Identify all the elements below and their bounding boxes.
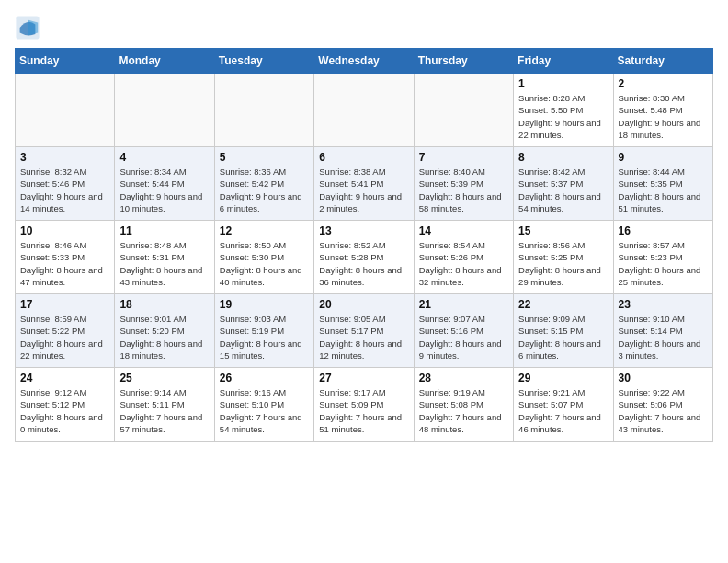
calendar-day-cell: 3Sunrise: 8:32 AMSunset: 5:46 PMDaylight… (16, 147, 115, 221)
day-info: Sunrise: 8:57 AMSunset: 5:23 PMDaylight:… (619, 239, 708, 288)
day-info: Sunrise: 9:09 AMSunset: 5:15 PMDaylight:… (518, 313, 608, 362)
day-info: Sunrise: 9:17 AMSunset: 5:09 PMDaylight:… (319, 386, 408, 435)
calendar-day-cell: 22Sunrise: 9:09 AMSunset: 5:15 PMDayligh… (514, 294, 613, 368)
calendar-day-cell: 18Sunrise: 9:01 AMSunset: 5:20 PMDayligh… (115, 294, 214, 368)
day-info: Sunrise: 9:12 AMSunset: 5:12 PMDaylight:… (20, 386, 109, 435)
calendar-day-cell: 23Sunrise: 9:10 AMSunset: 5:14 PMDayligh… (613, 294, 712, 368)
calendar-week-row: 3Sunrise: 8:32 AMSunset: 5:46 PMDaylight… (16, 147, 713, 221)
calendar-day-cell: 27Sunrise: 9:17 AMSunset: 5:09 PMDayligh… (314, 368, 414, 442)
calendar-day-cell: 12Sunrise: 8:50 AMSunset: 5:30 PMDayligh… (214, 221, 313, 294)
calendar-table: SundayMondayTuesdayWednesdayThursdayFrid… (15, 48, 713, 442)
day-number: 1 (518, 77, 608, 90)
weekday-header: Wednesday (314, 49, 414, 74)
calendar-day-cell: 29Sunrise: 9:21 AMSunset: 5:07 PMDayligh… (514, 368, 613, 442)
calendar-day-cell (16, 74, 115, 147)
day-info: Sunrise: 8:50 AMSunset: 5:30 PMDaylight:… (220, 239, 309, 288)
logo (15, 15, 44, 40)
day-info: Sunrise: 9:14 AMSunset: 5:11 PMDaylight:… (119, 386, 209, 435)
day-number: 19 (220, 298, 309, 311)
day-info: Sunrise: 9:16 AMSunset: 5:10 PMDaylight:… (220, 386, 309, 435)
day-number: 2 (619, 77, 708, 90)
day-number: 26 (220, 372, 309, 385)
day-info: Sunrise: 8:44 AMSunset: 5:35 PMDaylight:… (619, 166, 708, 214)
calendar-day-cell: 7Sunrise: 8:40 AMSunset: 5:39 PMDaylight… (414, 147, 513, 221)
calendar-day-cell: 28Sunrise: 9:19 AMSunset: 5:08 PMDayligh… (414, 368, 513, 442)
calendar-day-cell (314, 74, 414, 147)
day-number: 12 (220, 224, 309, 237)
day-info: Sunrise: 9:07 AMSunset: 5:16 PMDaylight:… (419, 313, 508, 362)
day-number: 29 (518, 372, 608, 385)
weekday-row: SundayMondayTuesdayWednesdayThursdayFrid… (16, 49, 713, 74)
weekday-header: Sunday (16, 49, 115, 74)
day-number: 27 (319, 372, 408, 385)
calendar-day-cell: 11Sunrise: 8:48 AMSunset: 5:31 PMDayligh… (115, 221, 214, 294)
calendar-week-row: 17Sunrise: 8:59 AMSunset: 5:22 PMDayligh… (16, 294, 713, 368)
day-info: Sunrise: 9:22 AMSunset: 5:06 PMDaylight:… (619, 386, 708, 435)
calendar-day-cell: 8Sunrise: 8:42 AMSunset: 5:37 PMDaylight… (514, 147, 613, 221)
weekday-header: Monday (115, 49, 214, 74)
day-number: 23 (619, 298, 708, 311)
day-info: Sunrise: 8:28 AMSunset: 5:50 PMDaylight:… (518, 92, 608, 141)
day-number: 17 (20, 298, 109, 311)
calendar-header: SundayMondayTuesdayWednesdayThursdayFrid… (16, 49, 713, 74)
day-info: Sunrise: 9:01 AMSunset: 5:20 PMDaylight:… (119, 313, 209, 362)
calendar-day-cell: 19Sunrise: 9:03 AMSunset: 5:19 PMDayligh… (214, 294, 313, 368)
calendar-day-cell: 20Sunrise: 9:05 AMSunset: 5:17 PMDayligh… (314, 294, 414, 368)
day-info: Sunrise: 9:19 AMSunset: 5:08 PMDaylight:… (419, 386, 508, 435)
day-info: Sunrise: 8:52 AMSunset: 5:28 PMDaylight:… (319, 239, 408, 288)
day-number: 7 (419, 151, 508, 164)
day-info: Sunrise: 9:05 AMSunset: 5:17 PMDaylight:… (319, 313, 408, 362)
day-info: Sunrise: 8:46 AMSunset: 5:33 PMDaylight:… (20, 239, 109, 288)
weekday-header: Friday (514, 49, 613, 74)
weekday-header: Tuesday (214, 49, 313, 74)
calendar-day-cell (214, 74, 313, 147)
calendar-week-row: 10Sunrise: 8:46 AMSunset: 5:33 PMDayligh… (16, 221, 713, 294)
calendar-day-cell: 15Sunrise: 8:56 AMSunset: 5:25 PMDayligh… (514, 221, 613, 294)
calendar-day-cell: 4Sunrise: 8:34 AMSunset: 5:44 PMDaylight… (115, 147, 214, 221)
calendar-day-cell: 21Sunrise: 9:07 AMSunset: 5:16 PMDayligh… (414, 294, 513, 368)
day-number: 20 (319, 298, 408, 311)
calendar-day-cell: 13Sunrise: 8:52 AMSunset: 5:28 PMDayligh… (314, 221, 414, 294)
day-info: Sunrise: 8:38 AMSunset: 5:41 PMDaylight:… (319, 166, 408, 214)
calendar-day-cell: 10Sunrise: 8:46 AMSunset: 5:33 PMDayligh… (16, 221, 115, 294)
day-info: Sunrise: 8:56 AMSunset: 5:25 PMDaylight:… (518, 239, 608, 288)
day-number: 13 (319, 224, 408, 237)
calendar-week-row: 1Sunrise: 8:28 AMSunset: 5:50 PMDaylight… (16, 74, 713, 147)
day-number: 22 (518, 298, 608, 311)
day-number: 15 (518, 224, 608, 237)
day-number: 11 (119, 224, 209, 237)
day-number: 8 (518, 151, 608, 164)
day-number: 25 (119, 372, 209, 385)
day-info: Sunrise: 8:30 AMSunset: 5:48 PMDaylight:… (619, 92, 708, 141)
day-number: 3 (20, 151, 109, 164)
day-info: Sunrise: 8:34 AMSunset: 5:44 PMDaylight:… (119, 166, 209, 214)
calendar-day-cell: 24Sunrise: 9:12 AMSunset: 5:12 PMDayligh… (16, 368, 115, 442)
day-info: Sunrise: 8:59 AMSunset: 5:22 PMDaylight:… (20, 313, 109, 362)
day-info: Sunrise: 8:40 AMSunset: 5:39 PMDaylight:… (419, 166, 508, 214)
calendar-body: 1Sunrise: 8:28 AMSunset: 5:50 PMDaylight… (16, 74, 713, 442)
calendar-day-cell: 9Sunrise: 8:44 AMSunset: 5:35 PMDaylight… (613, 147, 712, 221)
calendar-day-cell: 2Sunrise: 8:30 AMSunset: 5:48 PMDaylight… (613, 74, 712, 147)
calendar-day-cell: 16Sunrise: 8:57 AMSunset: 5:23 PMDayligh… (613, 221, 712, 294)
calendar-day-cell (115, 74, 214, 147)
day-number: 10 (20, 224, 109, 237)
logo-icon (15, 15, 40, 40)
calendar-day-cell: 17Sunrise: 8:59 AMSunset: 5:22 PMDayligh… (16, 294, 115, 368)
calendar-day-cell: 14Sunrise: 8:54 AMSunset: 5:26 PMDayligh… (414, 221, 513, 294)
day-info: Sunrise: 8:42 AMSunset: 5:37 PMDaylight:… (518, 166, 608, 214)
day-number: 16 (619, 224, 708, 237)
calendar-day-cell: 26Sunrise: 9:16 AMSunset: 5:10 PMDayligh… (214, 368, 313, 442)
day-info: Sunrise: 8:32 AMSunset: 5:46 PMDaylight:… (20, 166, 109, 214)
calendar-day-cell (414, 74, 513, 147)
day-number: 14 (419, 224, 508, 237)
day-number: 18 (119, 298, 209, 311)
day-number: 4 (119, 151, 209, 164)
day-number: 5 (220, 151, 309, 164)
day-info: Sunrise: 9:21 AMSunset: 5:07 PMDaylight:… (518, 386, 608, 435)
weekday-header: Saturday (613, 49, 712, 74)
day-number: 28 (419, 372, 508, 385)
day-info: Sunrise: 8:48 AMSunset: 5:31 PMDaylight:… (119, 239, 209, 288)
weekday-header: Thursday (414, 49, 513, 74)
calendar-day-cell: 6Sunrise: 8:38 AMSunset: 5:41 PMDaylight… (314, 147, 414, 221)
day-info: Sunrise: 9:10 AMSunset: 5:14 PMDaylight:… (619, 313, 708, 362)
